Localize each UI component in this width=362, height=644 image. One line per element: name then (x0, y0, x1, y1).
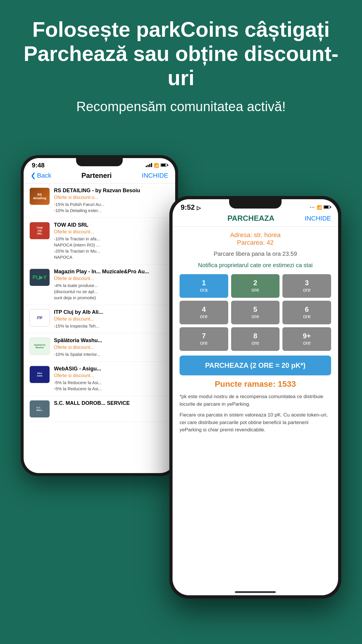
hour-value: 2 (234, 279, 277, 287)
partner-name: Spălătoria Washu... (54, 337, 169, 344)
partner-logo-itp: ITP (29, 309, 50, 327)
address-line2: Parcarea: 42 (180, 239, 331, 246)
phone-front: 9:52 ▷ ··· 📶 (169, 196, 341, 598)
list-item[interactable]: TOWAIDSRL TOW AID SRL Oferte si discount… (24, 218, 175, 265)
battery-icon-front (324, 205, 330, 210)
address-line1: Adresa: str. horea (180, 231, 331, 239)
partner-offers-detail: -15% la Polish Faruri Au...-10% la Detai… (54, 201, 169, 214)
hour-label: ore (234, 340, 277, 346)
hour-value: 5 (234, 305, 277, 314)
partner-offers-label: Oferte si discount-u... (54, 195, 169, 200)
parcheaza-content: Adresa: str. horea Parcarea: 42 Parcare … (173, 227, 338, 588)
hour-btn-1[interactable]: 1 ora (180, 274, 228, 298)
hero-title: Folosește parkCoins câștigați Parchează … (0, 18, 362, 90)
chevron-left-icon: ❮ (31, 172, 36, 179)
partner-info-tow: TOW AID SRL Oferte si discount... -10% l… (54, 222, 169, 260)
hour-value: 3 (285, 279, 328, 287)
notch-back (76, 158, 123, 166)
partner-logo-tow: TOWAIDSRL (29, 222, 50, 239)
list-item[interactable]: PL▶Y Magazin Play - In... Muzicale&Pro A… (24, 265, 175, 305)
park-button[interactable]: PARCHEAZA (2 ORE = 20 pK*) (180, 356, 331, 375)
partner-offers-detail: -15% la Inspectia Teh... (54, 323, 169, 329)
hour-btn-6[interactable]: 6 ore (282, 301, 331, 324)
battery-icon-back (161, 163, 167, 168)
disclaimer2: Fiecare ora parcata in sistem valoreaza … (180, 411, 331, 434)
nav-title-front: PARCHEAZA (227, 214, 274, 223)
address-section: Adresa: str. horea Parcarea: 42 (180, 231, 331, 246)
hour-btn-4[interactable]: 4 ore (180, 301, 228, 324)
partner-info-play: Magazin Play - In... Muzicale&Pro Au... … (54, 269, 169, 301)
partner-name: S.C. MALL DOROB... SERVICE (54, 400, 169, 406)
status-icons-back: 📶 (146, 163, 167, 168)
hour-btn-5[interactable]: 5 ore (231, 301, 280, 324)
time-back: 9:48 (32, 162, 45, 169)
nav-bar-back: ❮ Back Parteneri INCHIDE (24, 169, 175, 183)
points-remaining: Puncte ramase: 1533 (180, 379, 331, 389)
hour-label: ora (182, 287, 225, 293)
hour-label: ore (285, 287, 328, 293)
phones-container: 9:48 📶 (21, 138, 341, 610)
partner-offers-detail: -10% la Spalat interior... (54, 351, 169, 357)
partner-logo-mall: S.C.MALL (29, 400, 50, 418)
hour-value: 1 (182, 279, 225, 287)
signal-dots-icon: ··· (310, 205, 315, 210)
hour-btn-9plus[interactable]: 9+ ore (282, 327, 331, 351)
hour-label: ore (182, 340, 225, 346)
wifi-icon-front: 📶 (317, 205, 322, 210)
hour-btn-8[interactable]: 8 ore (231, 327, 280, 351)
partner-offers-label: Oferte si discount... (54, 229, 169, 235)
notch-front (229, 199, 282, 209)
phone-back: 9:48 📶 (21, 155, 178, 476)
back-button[interactable]: ❮ Back (31, 172, 51, 179)
partner-logo-spal: SpalatoriaWashui (29, 337, 50, 355)
hour-label: ore (182, 314, 225, 320)
list-item[interactable]: RSdetailing RS DETAILING - by Razvan Bes… (24, 183, 175, 218)
inchide-button-front[interactable]: INCHIDE (305, 215, 331, 222)
partner-info-spal: Spălătoria Washu... Oferte si discount..… (54, 337, 169, 357)
back-label: Back (37, 172, 51, 179)
hour-value: 8 (234, 332, 277, 340)
partner-logo-rs: RSdetailing (29, 188, 50, 205)
notify-text: Notifica proprietarul cate ore estimezi … (180, 261, 331, 269)
partner-info-itp: ITP Cluj by Alb Ali... Oferte si discoun… (54, 309, 169, 329)
partner-logo-play: PL▶Y (29, 269, 50, 286)
partner-offers-detail: -5% la Reducere la Asi...-5% la Reducere… (54, 379, 169, 392)
nav-bar-front: PARCHEAZA INCHIDE (173, 211, 338, 227)
home-indicator (235, 591, 276, 593)
partner-name: ITP Cluj by Alb Ali... (54, 309, 169, 315)
hour-value: 4 (182, 305, 225, 314)
page-container: Folosește parkCoins câștigați Parchează … (0, 0, 362, 644)
partner-offers-detail: -10% la Tractari in afa...NAPOCA (intern… (54, 236, 169, 260)
list-item[interactable]: WebASIG WebASIG - Asigu... Oferte si dis… (24, 362, 175, 396)
hour-btn-2[interactable]: 2 ore (231, 274, 280, 298)
partner-info-rs: RS DETAILING - by Razvan Besoiu Oferte s… (54, 188, 169, 214)
hour-value: 6 (285, 305, 328, 314)
partner-offers-detail: -4% la toate produse...(discountul nu se… (54, 282, 169, 301)
partner-offers-label: Oferte si discount... (54, 276, 169, 281)
partner-name: WebASIG - Asigu... (54, 366, 169, 372)
wifi-icon-back: 📶 (154, 163, 159, 168)
partner-logo-web: WebASIG (29, 366, 50, 383)
hour-btn-3[interactable]: 3 ore (282, 274, 331, 298)
partner-list: RSdetailing RS DETAILING - by Razvan Bes… (24, 183, 175, 422)
nav-title-back: Parteneri (81, 172, 112, 180)
phone-front-screen: 9:52 ▷ ··· 📶 (173, 199, 338, 595)
partner-offers-label: Oferte si discount... (54, 316, 169, 322)
partner-info-web: WebASIG - Asigu... Oferte si discount...… (54, 366, 169, 392)
hour-btn-7[interactable]: 7 ore (180, 327, 228, 351)
hours-grid: 1 ora 2 ore 3 ore 4 ore (180, 274, 331, 351)
hour-value: 9+ (285, 332, 328, 340)
list-item[interactable]: ITP ITP Cluj by Alb Ali... Oferte si dis… (24, 305, 175, 333)
partner-name: Magazin Play - In... Muzicale&Pro Au... (54, 269, 169, 275)
partner-name: TOW AID SRL (54, 222, 169, 228)
hero-subtitle: Recompensăm comunitatea activă! (76, 99, 286, 114)
hour-label: ore (234, 314, 277, 320)
phone-back-screen: 9:48 📶 (24, 158, 175, 473)
list-item[interactable]: S.C.MALL S.C. MALL DOROB... SERVICE (24, 396, 175, 422)
time-front: 9:52 ▷ (181, 203, 201, 211)
list-item[interactable]: SpalatoriaWashui Spălătoria Washu... Ofe… (24, 333, 175, 362)
inchide-button-back[interactable]: INCHIDE (142, 172, 168, 179)
hour-value: 7 (182, 332, 225, 340)
partner-offers-label: Oferte si discount... (54, 345, 169, 350)
hour-label: ore (285, 340, 328, 346)
